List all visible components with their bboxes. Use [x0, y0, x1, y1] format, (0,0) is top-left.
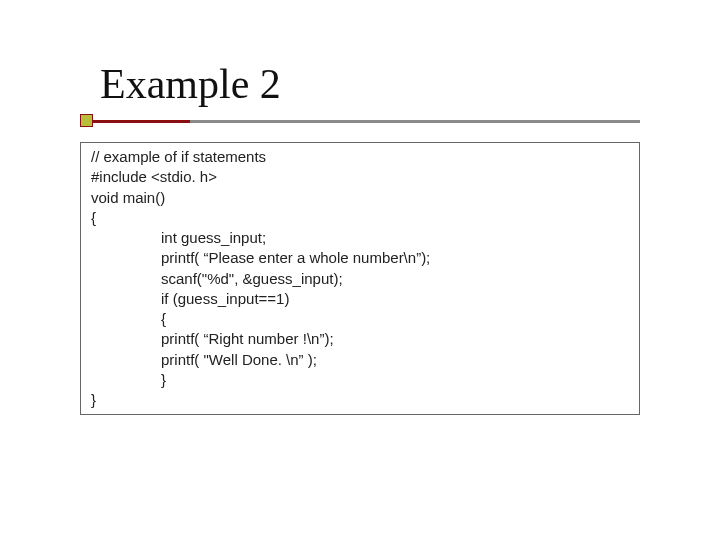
code-line: }	[91, 370, 629, 390]
code-box: // example of if statements #include <st…	[80, 142, 640, 415]
code-line: void main()	[91, 188, 629, 208]
code-line: scanf("%d", &guess_input);	[91, 269, 629, 289]
code-line: #include <stdio. h>	[91, 167, 629, 187]
code-line: int guess_input;	[91, 228, 629, 248]
code-line: if (guess_input==1)	[91, 289, 629, 309]
accent-square-icon	[80, 114, 93, 127]
slide: Example 2 // example of if statements #i…	[0, 0, 720, 540]
code-line: {	[91, 208, 629, 228]
slide-title: Example 2	[100, 60, 680, 108]
rule-red	[80, 120, 190, 123]
title-underline	[80, 114, 640, 134]
code-line: printf( “Right number !\n”);	[91, 329, 629, 349]
code-line: {	[91, 309, 629, 329]
code-line: printf( "Well Done. \n” );	[91, 350, 629, 370]
code-line: // example of if statements	[91, 147, 629, 167]
code-line: printf( “Please enter a whole number\n”)…	[91, 248, 629, 268]
code-line: }	[91, 390, 629, 410]
